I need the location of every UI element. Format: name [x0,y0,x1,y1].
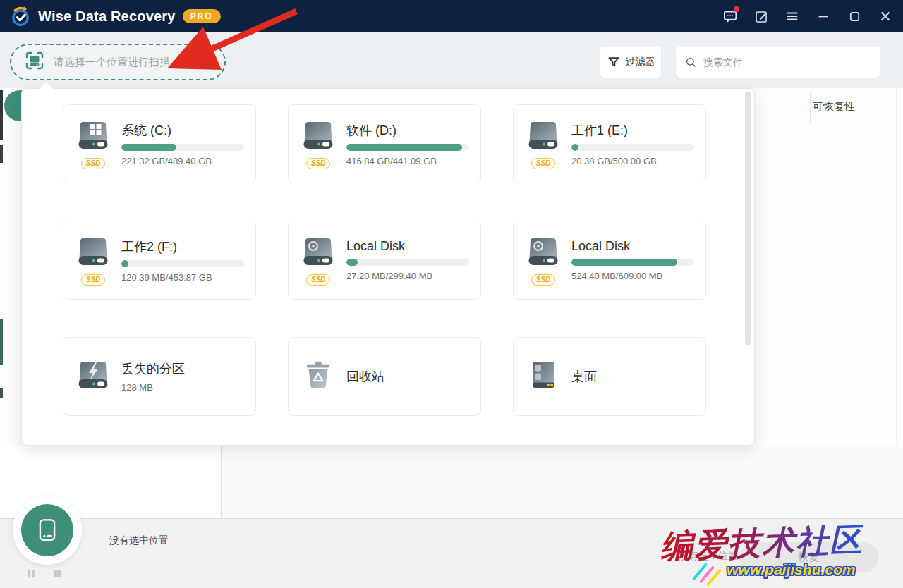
ssd-badge: SSD [306,158,331,169]
drive-size: 120.39 MB/453.87 GB [121,272,244,283]
stop-icon[interactable] [52,568,63,582]
drive-size: 416.84 GB/441.09 GB [346,156,469,166]
location-name: 桌面 [571,368,694,385]
desktop-pc-icon [526,358,560,395]
drive-size: 20.38 GB/500.00 GB [571,156,694,166]
drive-card-local-disk-1[interactable]: SSD Local Disk 27.20 MB/299.40 MB [288,221,481,300]
drive-name: 系统 (C:) [121,122,244,139]
drive-name: Local Disk [346,239,469,254]
drive-size: 221.32 GB/489.40 GB [121,156,244,166]
recycle-bin-icon [302,359,334,394]
hard-drive-icon [526,118,560,155]
drive-card-lost-partition[interactable]: 丢失的分区 128 MB [63,337,256,416]
hard-drive-icon [76,235,110,271]
recover-button[interactable]: 恢复 [739,542,878,572]
drive-card-work1-e[interactable]: SSD 工作1 (E:) 20.38 GB/500.00 GB [513,104,706,183]
pause-icon[interactable] [26,568,37,582]
scan-selector-label: 请选择一个位置进行扫描 [54,56,170,69]
ssd-badge: SSD [81,158,106,169]
app-logo-icon [10,6,31,27]
scan-location-selector[interactable]: 请选择一个位置进行扫描 [10,44,226,80]
ssd-badge: SSD [81,274,106,286]
drive-size: 524.40 MB/609.00 MB [571,271,694,281]
ssd-badge: SSD [306,274,331,286]
filter-button[interactable]: 过滤器 [600,47,661,78]
drive-name: 软件 (D:) [346,122,469,139]
hard-drive-lightning-icon [76,358,110,395]
status-no-selection: 没有选中位置 [679,550,738,563]
drive-card-software-d[interactable]: SSD 软件 (D:) 416.84 GB/441.09 GB [288,104,481,183]
column-divider [810,92,811,123]
app-title: Wise Data Recovery [38,8,176,25]
hard-drive-logo-icon [301,235,335,271]
recoverability-column-header: 可恢复性 [813,100,855,114]
messages-icon[interactable] [722,8,738,24]
filter-label: 过滤器 [626,56,655,68]
search-icon [684,56,698,69]
sidebar-sliver [0,319,3,365]
drive-size: 128 MB [121,382,244,393]
capacity-bar [121,260,244,267]
card-desktop[interactable]: 桌面 [513,337,706,416]
hard-drive-icon [301,118,335,155]
toolbar: 请选择一个位置进行扫描 过滤器 [0,32,903,88]
search-input[interactable] [703,56,872,68]
titlebar: Wise Data Recovery PRO [0,0,903,32]
header-bottom-border [755,125,903,125]
scrollbar-thumb[interactable] [745,92,751,345]
device-ring [13,496,82,565]
menu-icon[interactable] [784,8,800,24]
ssd-badge: SSD [531,158,556,169]
capacity-bar [346,259,469,266]
location-dropdown-panel: SSD 系统 (C:) 221.32 GB/489.40 GB SSD 软件 (… [21,88,755,446]
sidebar-sliver [0,145,3,163]
ssd-badge: SSD [531,274,556,286]
drive-card-local-disk-2[interactable]: SSD Local Disk 524.40 MB/609.00 MB [513,221,706,300]
search-box[interactable] [676,47,880,78]
capacity-bar [571,259,694,266]
status-bar: 没有选中位置 没有选中位置 恢复 [0,518,903,588]
status-no-location: 没有选中位置 [109,534,169,547]
close-icon[interactable] [878,8,893,24]
capacity-bar [571,144,694,151]
selected-device-icon[interactable] [21,504,73,556]
content-lower-band [0,446,903,518]
card-recycle-bin[interactable]: 回收站 [288,337,481,416]
scan-drive-icon [24,50,45,74]
capacity-bar [121,144,244,151]
list-scroll-column [896,88,897,446]
drive-size: 27.20 MB/299.40 MB [346,271,469,281]
sidebar-sliver [0,90,3,140]
sidebar-sliver [0,388,3,398]
minimize-icon[interactable] [816,8,831,24]
notification-dot [734,6,739,12]
location-name: 回收站 [346,368,469,385]
drive-name: Local Disk [571,239,694,254]
pro-badge: PRO [183,9,221,23]
capacity-bar [346,144,469,151]
hard-drive-logo-icon [526,235,560,271]
drive-card-system-c[interactable]: SSD 系统 (C:) 221.32 GB/489.40 GB [63,104,256,183]
drive-name: 丢失的分区 [121,360,244,377]
maximize-icon[interactable] [847,8,862,24]
drive-name: 工作2 (F:) [121,238,244,255]
filter-funnel-icon [607,55,621,69]
drive-name: 工作1 (E:) [571,122,694,139]
feedback-edit-icon[interactable] [753,8,769,24]
drive-card-work2-f[interactable]: SSD 工作2 (F:) 120.39 MB/453.87 GB [63,221,256,300]
hard-drive-windows-icon [76,118,110,155]
